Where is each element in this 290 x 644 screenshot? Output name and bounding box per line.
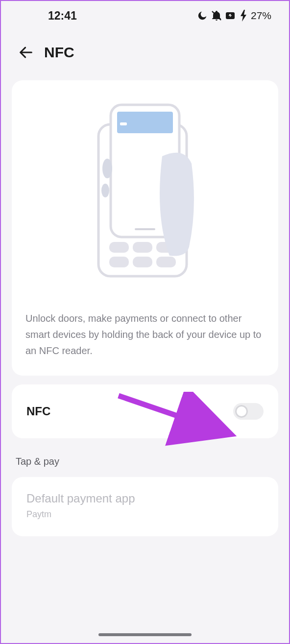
toggle-knob	[235, 405, 248, 418]
info-description: Unlock doors, make payments or connect t…	[25, 310, 265, 359]
svg-rect-12	[135, 228, 155, 230]
svg-rect-11	[120, 122, 127, 125]
nfc-illustration	[25, 95, 265, 286]
svg-point-14	[101, 184, 109, 197]
default-payment-value: Paytm	[26, 509, 264, 520]
status-bar: 12:41 27%	[1, 1, 289, 28]
charging-icon	[240, 10, 248, 22]
battery-saver-icon	[225, 11, 237, 21]
arrow-left-icon	[18, 44, 34, 61]
status-time: 12:41	[19, 9, 77, 23]
bell-off-icon	[211, 10, 222, 22]
svg-point-13	[102, 159, 112, 178]
page-title: NFC	[44, 44, 74, 61]
moon-icon	[197, 10, 208, 21]
battery-percentage: 27%	[251, 10, 271, 22]
nfc-toggle-row[interactable]: NFC	[12, 384, 278, 438]
svg-rect-4	[133, 242, 152, 253]
status-right: 27%	[197, 10, 271, 22]
default-payment-row[interactable]: Default payment app Paytm	[12, 477, 278, 536]
info-card: Unlock doors, make payments or connect t…	[12, 80, 278, 376]
svg-rect-6	[109, 257, 129, 267]
svg-rect-8	[156, 257, 176, 267]
nfc-toggle-label: NFC	[26, 405, 50, 418]
svg-rect-7	[133, 257, 152, 267]
back-button[interactable]	[18, 44, 34, 61]
section-tap-pay: Tap & pay	[12, 447, 278, 468]
home-indicator[interactable]	[98, 633, 192, 636]
default-payment-title: Default payment app	[26, 492, 264, 505]
svg-rect-3	[109, 242, 129, 253]
page-header: NFC	[1, 28, 289, 80]
nfc-toggle-switch[interactable]	[233, 403, 264, 420]
